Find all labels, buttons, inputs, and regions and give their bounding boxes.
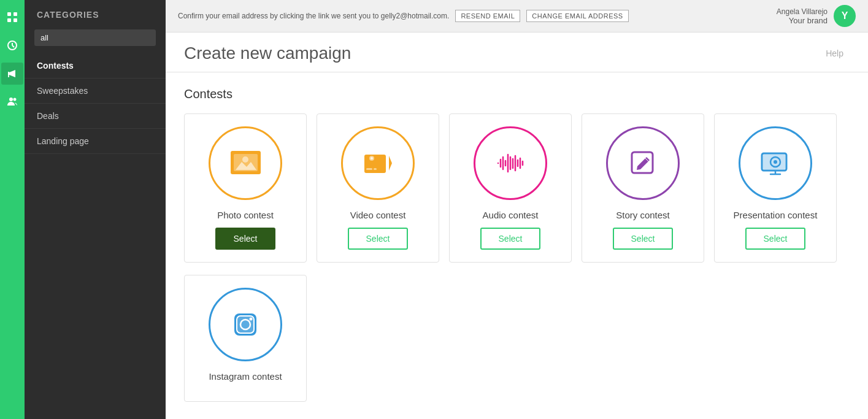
rail-grid-icon[interactable]: [1, 6, 23, 28]
sidebar-nav: Contests Sweepstakes Deals Landing page: [25, 53, 166, 154]
user-info: Angela Villarejo Your brand: [777, 7, 828, 25]
contests-section-title: Contests: [184, 87, 850, 101]
notification-bar: Confirm your email address by clicking t…: [166, 0, 868, 33]
sidebar-item-landing-page[interactable]: Landing page: [25, 129, 166, 154]
presentation-contest-select-button[interactable]: Select: [745, 228, 806, 250]
photo-contest-title: Photo contest: [217, 210, 274, 220]
header-right: Help: [826, 48, 850, 58]
svg-point-9: [13, 98, 17, 101]
svg-marker-14: [389, 156, 392, 171]
instagram-contest-title: Instagram contest: [209, 371, 282, 382]
audio-contest-card[interactable]: Audio contest Select: [449, 113, 572, 263]
search-input[interactable]: [34, 29, 156, 46]
contest-cards-grid: Photo contest Select Video cont: [184, 113, 850, 263]
svg-rect-2: [7, 18, 11, 22]
svg-point-41: [249, 317, 252, 320]
story-contest-icon-circle: [606, 126, 680, 200]
audio-contest-title: Audio contest: [483, 210, 539, 220]
svg-rect-13: [364, 155, 386, 173]
svg-line-6: [12, 45, 14, 47]
rail-users-icon[interactable]: [1, 91, 23, 113]
svg-rect-3: [13, 18, 17, 22]
svg-rect-7: [8, 75, 9, 77]
content-area: Contests Photo contest Select: [166, 72, 868, 419]
icon-rail: [0, 0, 25, 419]
audio-contest-icon-circle: [474, 126, 547, 200]
resend-email-button[interactable]: RESEND EMAIL: [455, 10, 520, 22]
sidebar-item-sweepstakes[interactable]: Sweepstakes: [25, 79, 166, 104]
svg-rect-18: [374, 168, 377, 170]
page-title: Create new campaign: [184, 44, 351, 63]
instagram-contest-card[interactable]: Instagram contest: [184, 275, 307, 402]
photo-contest-card[interactable]: Photo contest Select: [184, 113, 307, 263]
change-email-button[interactable]: CHANGE EMAIL ADDRESS: [526, 10, 628, 22]
photo-contest-select-button[interactable]: Select: [215, 228, 276, 250]
avatar[interactable]: Y: [834, 5, 856, 27]
svg-point-16: [371, 157, 373, 160]
presentation-contest-icon-circle: [739, 126, 812, 200]
story-contest-card[interactable]: Story contest Select: [582, 113, 704, 263]
video-contest-icon-circle: [341, 126, 415, 200]
presentation-contest-card[interactable]: Presentation contest Select: [714, 113, 837, 263]
help-link[interactable]: Help: [826, 48, 843, 58]
sidebar-item-deals[interactable]: Deals: [25, 104, 166, 129]
video-contest-card[interactable]: Video contest Select: [317, 113, 439, 263]
svg-rect-17: [366, 168, 372, 170]
rail-clock-icon[interactable]: [1, 34, 23, 56]
user-name: Angela Villarejo: [777, 7, 828, 16]
video-contest-title: Video contest: [350, 210, 406, 220]
svg-point-8: [9, 98, 13, 101]
sidebar-search-container: [25, 27, 166, 53]
svg-point-35: [774, 160, 777, 164]
rail-megaphone-icon[interactable]: [1, 63, 23, 85]
audio-contest-select-button[interactable]: Select: [480, 228, 541, 250]
main-content: Confirm your email address by clicking t…: [166, 0, 868, 419]
story-contest-select-button[interactable]: Select: [613, 228, 674, 250]
svg-point-12: [242, 156, 248, 163]
sidebar-item-contests[interactable]: Contests: [25, 53, 166, 79]
notification-message: Confirm your email address by clicking t…: [178, 12, 449, 20]
brand-name: Your brand: [777, 16, 828, 25]
photo-contest-icon-circle: [209, 126, 282, 200]
top-header: Create new campaign Help: [166, 33, 868, 72]
svg-rect-1: [13, 12, 17, 16]
svg-rect-0: [7, 12, 11, 16]
presentation-contest-title: Presentation contest: [734, 210, 818, 220]
instagram-contest-icon-circle: [209, 288, 282, 361]
second-cards-grid: Instagram contest: [184, 275, 850, 402]
sidebar-title: CATEGORIES: [25, 0, 166, 27]
video-contest-select-button[interactable]: Select: [348, 228, 409, 250]
sidebar: CATEGORIES Contests Sweepstakes Deals La…: [25, 0, 166, 419]
story-contest-title: Story contest: [616, 210, 670, 220]
